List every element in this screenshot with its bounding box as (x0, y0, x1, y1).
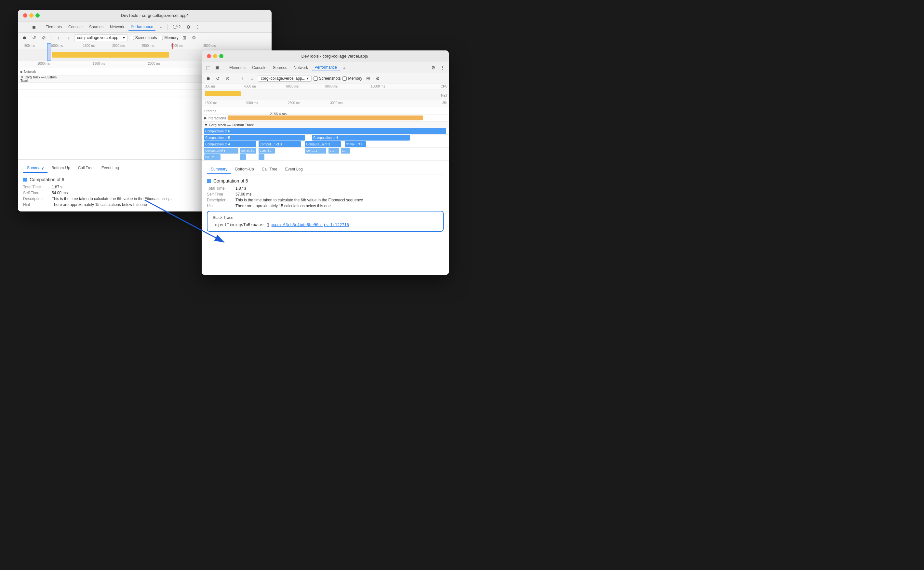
clear-icon-1[interactable]: ⊘ (40, 34, 48, 41)
record-icon-2[interactable]: ⏺ (204, 75, 212, 82)
upload-icon-1[interactable]: ↑ (55, 34, 63, 41)
tab-sources-1[interactable]: Sources (87, 24, 106, 30)
main-ruler-2: 1500 ms 2000 ms 2500 ms 3000 ms 35↑ (202, 100, 449, 107)
summary-panel-2: Summary Bottom-Up Call Tree Event Log Co… (202, 161, 449, 275)
network-throttle-icon-1[interactable]: ⊞ (181, 34, 188, 41)
url-bar-2[interactable]: corgi-collage.vercel.app... ▾ (258, 75, 312, 82)
device-icon[interactable]: ▣ (30, 23, 37, 31)
tab-bottomup-2[interactable]: Bottom-Up (231, 165, 258, 174)
ov-mark-6000: 6000 ms (286, 84, 298, 88)
comp4-l1-bar-2[interactable]: Computation of 4 (312, 135, 410, 141)
more-icon-2[interactable]: ⋮ (438, 64, 446, 72)
settings-icon-1[interactable]: ⚙ (185, 23, 193, 31)
settings-perf-icon-1[interactable]: ⚙ (190, 34, 198, 41)
device-icon-2[interactable]: ▣ (213, 64, 221, 72)
tab-eventlog-2[interactable]: Event Log (281, 165, 307, 174)
tab-performance-2[interactable]: Performance (312, 64, 340, 71)
frames-row-2: Frames 2155.4 ms (202, 107, 449, 115)
cpu-overview-bar-1 (52, 52, 169, 58)
close-button-2[interactable] (207, 54, 211, 58)
tab-network-1[interactable]: Network (107, 24, 127, 30)
time-mark-1500: 1500 ms (83, 44, 95, 48)
close-button-1[interactable] (23, 13, 27, 18)
reload-icon-2[interactable]: ↺ (214, 75, 222, 82)
tab-calltree-2[interactable]: Call Tree (258, 165, 281, 174)
reload-icon-1[interactable]: ↺ (30, 34, 38, 41)
tab-summary-1[interactable]: Summary (23, 164, 47, 173)
com2-l3-bar-2[interactable]: Com... 2 (305, 148, 326, 153)
url-chevron-1: ▾ (123, 35, 125, 40)
main-mark-2000: 2000 ms (148, 62, 160, 65)
compn3-l3-bar-2[interactable]: Comput...n of 3 (204, 148, 239, 153)
maximize-button-1[interactable] (35, 13, 40, 18)
record-icon-1[interactable]: ⏺ (20, 34, 28, 41)
comp4-l2-bar-2[interactable]: Computation of 4 (204, 141, 256, 147)
c1-l3-bar-2[interactable]: C... (329, 148, 339, 153)
comp5-bar-2[interactable]: Computation of 5 (204, 135, 305, 141)
co2-l4-bar-2[interactable]: Co... 2 (204, 154, 220, 160)
track-l4-2: Co... 2 (202, 154, 449, 161)
memory-check-2[interactable] (343, 77, 347, 81)
screenshots-checkbox-2[interactable]: Screenshots (314, 76, 341, 81)
maximize-button-2[interactable] (219, 54, 223, 58)
url-bar-1[interactable]: corgi-collage.vercel.app... ▾ (74, 34, 128, 41)
interactions-content-2 (228, 115, 449, 122)
compn3-l2-bar-2[interactable]: Comput...n of 3 (259, 141, 301, 147)
settings-icon-2[interactable]: ⚙ (429, 64, 437, 72)
tab-elements-2[interactable]: Elements (227, 64, 248, 71)
tab-more-2[interactable]: » (341, 64, 348, 71)
tab-bottomup-1[interactable]: Bottom-Up (47, 164, 74, 173)
comp6-bar-2[interactable]: Computation of 6 (204, 128, 446, 134)
devtools-body-2: ⏺ ↺ ⊘ ↑ ↓ corgi-collage.vercel.app... ▾ … (202, 73, 449, 275)
memory-checkbox-1[interactable]: Memory (159, 35, 178, 40)
tab-issues-1[interactable]: 💬 2 (170, 24, 184, 30)
frames-label-2: Frames (202, 109, 228, 113)
memory-check-1[interactable] (159, 36, 163, 40)
upload-icon-2[interactable]: ↑ (239, 75, 246, 82)
stack-trace-link[interactable]: main.63cb5c4bde8be90a.js:1:122716 (272, 222, 349, 227)
compuo2-l2-bar-2[interactable]: Compu...of 2 (345, 141, 366, 147)
description-row-2: Description This is the time taken to ca… (207, 198, 444, 202)
compan3-l2-bar-2[interactable]: Computa...n of 3 (305, 141, 341, 147)
comf2-l3-bar-2[interactable]: Com...f 2 (259, 148, 275, 153)
track-l1-2: Computation of 5 Computation of 4 (202, 135, 449, 141)
tab-eventlog-1[interactable]: Event Log (98, 164, 123, 173)
hint-row-2: Hint There are approximately 15 calculat… (207, 204, 444, 208)
minimize-button-1[interactable] (29, 13, 34, 18)
timeline-scrubber-1[interactable] (47, 43, 51, 61)
c3-l4-bar-2[interactable] (240, 154, 246, 160)
tab-sources-2[interactable]: Sources (270, 64, 290, 71)
tab-performance-1[interactable]: Performance (128, 23, 156, 31)
overview-2[interactable]: 300 ms 4000 ms 6000 ms 8000 ms 10000 ms … (202, 84, 449, 100)
tab-console-1[interactable]: Console (66, 24, 85, 30)
screenshots-checkbox-1[interactable]: Screenshots (130, 35, 157, 40)
c2-l3-bar-2[interactable]: C... (341, 148, 350, 153)
download-icon-1[interactable]: ↓ (64, 34, 72, 41)
settings-perf-icon-2[interactable]: ⚙ (374, 75, 382, 82)
track-l3-2: Comput...n of 3 Comp...f 2 Com...f 2 Com… (202, 148, 449, 154)
tab-calltree-1[interactable]: Call Tree (74, 164, 98, 173)
screenshots-check-2[interactable] (314, 77, 318, 81)
memory-checkbox-2[interactable]: Memory (343, 76, 362, 81)
titlebar-1: DevTools - corgi-collage.vercel.app/ (18, 10, 272, 21)
network-throttle-icon-2[interactable]: ⊞ (364, 75, 372, 82)
tab-summary-2[interactable]: Summary (207, 165, 231, 174)
tab-console-2[interactable]: Console (249, 64, 269, 71)
clear-icon-2[interactable]: ⊘ (224, 75, 232, 82)
tab-elements-1[interactable]: Elements (43, 24, 64, 30)
time-mark-500: 500 ms (24, 44, 35, 48)
inspect-icon-2[interactable]: ⬚ (204, 64, 212, 72)
tab-more-1[interactable]: » (157, 24, 165, 30)
download-icon-2[interactable]: ↓ (248, 75, 256, 82)
tab-network-2[interactable]: Network (291, 64, 311, 71)
screenshots-check-1[interactable] (130, 36, 134, 40)
minimize-button-2[interactable] (213, 54, 217, 58)
inspect-icon[interactable]: ⬚ (20, 23, 28, 31)
c4-l4-bar-2[interactable] (259, 154, 265, 160)
ov-mark-8000: 8000 ms (325, 84, 338, 88)
self-time-row-2: Self Time 57.00 ms (207, 192, 444, 196)
compf2-l3-bar-2[interactable]: Comp...f 2 (240, 148, 256, 153)
corgi-track-header-2: ▼ Corgi track — Custom Track (202, 122, 449, 128)
color-swatch-1 (23, 178, 27, 182)
more-icon-1[interactable]: ⋮ (194, 23, 202, 31)
